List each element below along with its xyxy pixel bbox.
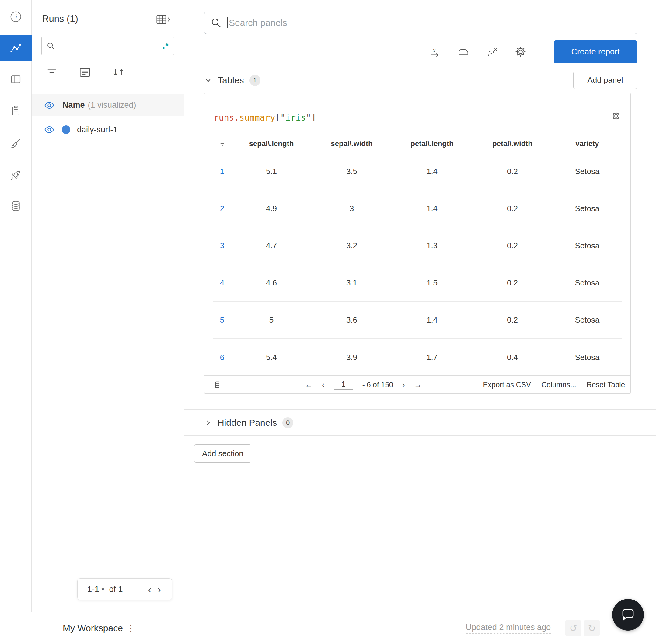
chat-help-button[interactable] xyxy=(612,599,644,630)
section-divider xyxy=(184,435,656,436)
rocket-icon[interactable] xyxy=(0,168,32,182)
chevron-right-icon[interactable] xyxy=(204,419,212,427)
svg-text:i: i xyxy=(15,14,17,20)
undo-icon[interactable]: ↺ xyxy=(565,620,582,637)
filter-icon[interactable] xyxy=(45,66,58,79)
table-row[interactable]: 6 5.4 3.9 1.7 0.4 Setosa xyxy=(213,339,622,376)
chevron-down-icon[interactable] xyxy=(204,76,212,84)
chat-bubble-icon xyxy=(619,606,636,623)
reset-table-button[interactable]: Reset Table xyxy=(587,381,625,389)
section-divider xyxy=(184,409,656,410)
smoothing-iron-icon[interactable] xyxy=(457,45,470,58)
row-index-link[interactable]: 4 xyxy=(213,278,231,288)
panel-layout-icon[interactable] xyxy=(0,73,32,86)
outliers-icon[interactable] xyxy=(486,45,498,58)
row-index-link[interactable]: 1 xyxy=(213,167,231,176)
column-header[interactable]: petal\.width xyxy=(472,139,553,148)
columns-button[interactable]: Columns... xyxy=(541,381,576,389)
name-column-label: Name xyxy=(62,100,85,110)
export-csv-button[interactable]: Export as CSV xyxy=(483,381,531,389)
panel-gear-icon[interactable] xyxy=(610,110,622,122)
kebab-menu-icon[interactable]: ⋮ xyxy=(126,612,136,644)
table-pagination: ← ‹ 1 - 6 of 150 › → xyxy=(305,375,422,393)
sort-icon[interactable]: ↓↑ xyxy=(111,66,125,79)
run-row[interactable]: daily-surf-1 xyxy=(32,116,184,143)
redo-icon[interactable]: ↻ xyxy=(584,620,600,637)
code-obj: runs xyxy=(214,113,234,123)
run-name[interactable]: daily-surf-1 xyxy=(77,125,118,135)
page-range-selector[interactable]: 1-1 xyxy=(87,585,99,594)
next-page-chevron-icon[interactable]: › xyxy=(402,381,405,389)
cell: 0.2 xyxy=(472,167,553,176)
table-row[interactable]: 3 4.7 3.2 1.3 0.2 Setosa xyxy=(213,227,622,264)
visibility-eye-icon[interactable] xyxy=(44,102,54,109)
tables-section-label[interactable]: Tables xyxy=(217,75,244,86)
sweep-icon[interactable] xyxy=(0,137,32,151)
cell: 1.4 xyxy=(392,315,472,325)
column-header[interactable]: sepal\.length xyxy=(231,139,311,148)
table-row[interactable]: 2 4.9 3 1.4 0.2 Setosa xyxy=(213,190,622,227)
row-index-link[interactable]: 6 xyxy=(213,353,231,362)
search-panels-input[interactable]: Search panels xyxy=(204,12,637,34)
row-index-link[interactable]: 2 xyxy=(213,204,231,213)
clipboard-icon[interactable] xyxy=(0,104,32,117)
add-panel-button[interactable]: Add panel xyxy=(573,71,637,89)
runs-search-input[interactable]: .* xyxy=(41,37,174,55)
cell: 1.4 xyxy=(392,167,472,176)
table-row[interactable]: 1 5.1 3.5 1.4 0.2 Setosa xyxy=(213,153,622,190)
row-index-link[interactable]: 3 xyxy=(213,241,231,251)
hidden-panels-header[interactable]: Hidden Panels 0 xyxy=(204,413,293,432)
settings-gear-icon[interactable] xyxy=(514,45,527,58)
group-list-icon[interactable] xyxy=(78,66,92,79)
page-number-input[interactable]: 1 xyxy=(334,380,353,390)
cell: 4.6 xyxy=(231,278,311,288)
row-index-link[interactable]: 5 xyxy=(213,315,231,325)
page-total-label: of 1 xyxy=(109,585,123,594)
tables-count-badge: 1 xyxy=(250,75,260,86)
info-icon[interactable]: i xyxy=(0,10,32,23)
prev-page-chevron[interactable]: ‹ xyxy=(145,584,154,594)
workspace-name[interactable]: My Workspace xyxy=(63,612,123,644)
caret-down-icon[interactable]: ▾ xyxy=(102,586,104,593)
cell: 1.7 xyxy=(392,353,472,362)
database-icon[interactable] xyxy=(0,199,32,213)
prev-page-chevron-icon[interactable]: ‹ xyxy=(322,381,325,389)
tables-section-header: Tables 1 xyxy=(204,71,260,89)
iris-data-table: sepal\.length sepal\.width petal\.length… xyxy=(213,134,622,376)
column-header[interactable]: petal\.length xyxy=(392,139,472,148)
runs-pagination: 1-1 ▾ of 1 ‹ › xyxy=(77,578,172,600)
column-header[interactable]: variety xyxy=(553,139,622,148)
left-nav-rail: i xyxy=(0,0,32,612)
header-filter-icon[interactable] xyxy=(213,140,231,147)
first-page-arrow-icon[interactable]: ← xyxy=(305,381,313,389)
next-page-chevron[interactable]: › xyxy=(155,584,164,594)
updated-status: Updated 2 minutes ago xyxy=(466,612,551,644)
cell: 0.2 xyxy=(472,241,553,251)
create-report-button[interactable]: Create report xyxy=(554,41,637,63)
expand-runs-table-icon[interactable] xyxy=(156,14,171,25)
cell: 1.3 xyxy=(392,241,472,251)
cell: 5.1 xyxy=(231,167,311,176)
table-footer-actions: Export as CSV Columns... Reset Table xyxy=(483,375,625,393)
cell: Setosa xyxy=(553,204,622,213)
cell: 3.1 xyxy=(311,278,392,288)
row-height-icon[interactable] xyxy=(213,375,221,393)
cell: 5 xyxy=(231,315,311,325)
table-panel: runs.summary["iris"] sepal\.length sepal… xyxy=(204,93,631,393)
x-axis-settings-icon[interactable]: x xyxy=(428,45,441,58)
cell: 5.4 xyxy=(231,353,311,362)
run-eye-icon[interactable] xyxy=(44,126,54,133)
row-range-label: - 6 of 150 xyxy=(362,381,393,389)
last-page-arrow-icon[interactable]: → xyxy=(414,381,422,389)
code-prop: summary xyxy=(239,113,275,123)
cell: 1.5 xyxy=(392,278,472,288)
table-row[interactable]: 5 5 3.6 1.4 0.2 Setosa xyxy=(213,302,622,339)
regex-toggle[interactable]: .* xyxy=(163,41,169,51)
table-row[interactable]: 4 4.6 3.1 1.5 0.2 Setosa xyxy=(213,264,622,302)
add-section-button[interactable]: Add section xyxy=(194,444,251,463)
updated-label[interactable]: Updated 2 minutes ago xyxy=(466,623,551,634)
line-chart-icon[interactable] xyxy=(0,35,32,61)
cell: Setosa xyxy=(553,241,622,251)
hidden-panels-label[interactable]: Hidden Panels xyxy=(217,418,277,428)
column-header[interactable]: sepal\.width xyxy=(311,139,392,148)
